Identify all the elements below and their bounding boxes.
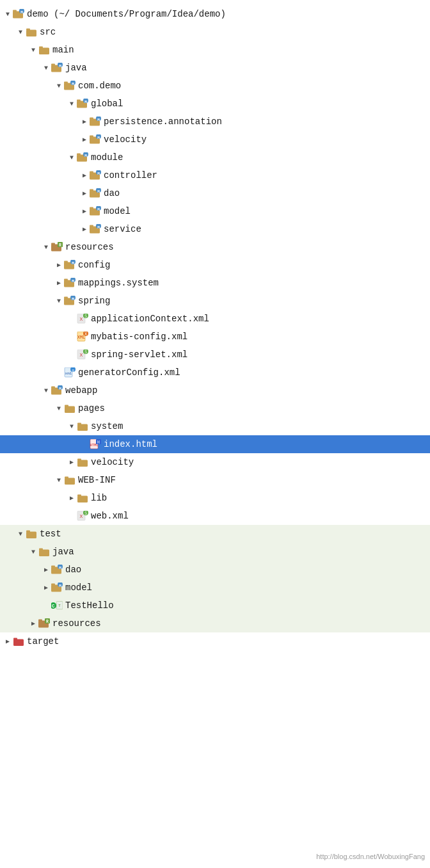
tree-node-global[interactable]: M global bbox=[0, 95, 430, 113]
svg-rect-41 bbox=[90, 207, 93, 209]
tree-arrow[interactable] bbox=[28, 618, 38, 629]
tree-arrow[interactable] bbox=[41, 63, 51, 73]
tree-arrow[interactable] bbox=[3, 636, 13, 647]
tree-node-index-html[interactable]: HTML H index.html bbox=[0, 435, 430, 453]
folder-module-icon: M bbox=[13, 8, 24, 20]
svg-rect-53 bbox=[64, 261, 68, 263]
tree-node-controller[interactable]: M controller bbox=[0, 166, 430, 184]
tree-arrow[interactable] bbox=[67, 152, 77, 163]
tree-node-spring[interactable]: M spring bbox=[0, 292, 430, 310]
tree-arrow[interactable] bbox=[54, 296, 64, 306]
tree-node-java[interactable]: M java bbox=[0, 59, 430, 77]
tree-node-persistence-annotation[interactable]: M persistence.annotation bbox=[0, 113, 430, 131]
tree-arrow[interactable] bbox=[79, 117, 90, 127]
svg-text:H: H bbox=[97, 440, 100, 445]
tree-arrow[interactable] bbox=[54, 81, 64, 91]
tree-node-label: velocity bbox=[91, 457, 134, 467]
tree-arrow[interactable] bbox=[54, 260, 64, 270]
folder-plain-icon bbox=[26, 528, 37, 540]
tree-node-java-test[interactable]: java bbox=[0, 543, 430, 561]
tree-arrow[interactable] bbox=[15, 529, 26, 539]
tree-arrow[interactable] bbox=[67, 457, 77, 467]
tree-node-velocity[interactable]: M velocity bbox=[0, 131, 430, 149]
tree-arrow[interactable] bbox=[41, 385, 51, 396]
tree-arrow[interactable] bbox=[3, 9, 13, 19]
svg-rect-29 bbox=[77, 154, 81, 156]
tree-arrow[interactable] bbox=[54, 475, 64, 485]
tree-node-webapp[interactable]: M webapp bbox=[0, 382, 430, 399]
tree-node-demo[interactable]: M demo (~/ Documents/Program/Idea/demo) bbox=[0, 5, 430, 23]
svg-text:M: M bbox=[84, 154, 87, 158]
tree-arrow[interactable] bbox=[54, 403, 64, 414]
tree-node-label: controller bbox=[104, 170, 157, 181]
svg-rect-45 bbox=[90, 225, 93, 227]
folder-module-icon: M bbox=[90, 116, 101, 127]
tree-node-mappings-system[interactable]: M mappings.system bbox=[0, 274, 430, 292]
tree-arrow[interactable] bbox=[79, 224, 90, 234]
tree-node-dao-java[interactable]: M dao bbox=[0, 184, 430, 202]
tree-node-label: generatorConfig.xml bbox=[78, 367, 180, 378]
tree-node-config[interactable]: M config bbox=[0, 256, 430, 274]
tree-node-module[interactable]: M module bbox=[0, 149, 430, 166]
tree-node-spring-servlet[interactable]: X S spring-servlet.xml bbox=[0, 346, 430, 364]
tree-node-src[interactable]: src bbox=[0, 23, 430, 41]
folder-plain-icon bbox=[64, 474, 76, 486]
tree-node-resources-test[interactable]: R resources bbox=[0, 615, 430, 632]
tree-node-label: velocity bbox=[104, 134, 147, 145]
tree-node-model-test[interactable]: M model bbox=[0, 579, 430, 597]
tree-arrow[interactable] bbox=[79, 170, 90, 181]
svg-rect-94 bbox=[65, 478, 75, 485]
folder-resources-icon: R bbox=[51, 241, 63, 253]
tree-node-velocity-webapp[interactable]: velocity bbox=[0, 453, 430, 471]
tree-arrow[interactable] bbox=[79, 206, 90, 216]
tree-node-dao-test[interactable]: M dao bbox=[0, 561, 430, 579]
tree-node-system[interactable]: system bbox=[0, 417, 430, 435]
tree-node-generatorConfig[interactable]: xml g generatorConfig.xml bbox=[0, 364, 430, 382]
folder-module-icon: M bbox=[90, 170, 101, 181]
tree-arrow[interactable] bbox=[67, 493, 77, 503]
tree-arrow[interactable] bbox=[41, 583, 51, 593]
svg-text:M: M bbox=[72, 279, 74, 284]
tree-node-WEB-INF[interactable]: WEB-INF bbox=[0, 471, 430, 489]
tree-node-com-demo[interactable]: M com.demo bbox=[0, 77, 430, 95]
tree-node-service[interactable]: M service bbox=[0, 220, 430, 238]
tree-node-main[interactable]: main bbox=[0, 41, 430, 59]
file-xml2-icon: xml g bbox=[64, 367, 76, 378]
folder-plain-red-icon bbox=[13, 636, 24, 647]
svg-rect-17 bbox=[77, 100, 81, 102]
tree-arrow[interactable] bbox=[67, 421, 77, 431]
tree-node-test[interactable]: test bbox=[0, 525, 430, 543]
tree-node-model[interactable]: M model bbox=[0, 202, 430, 220]
tree-node-label: global bbox=[91, 99, 123, 109]
tree-arrow[interactable] bbox=[28, 45, 38, 55]
tree-node-web-xml[interactable]: X S web.xml bbox=[0, 507, 430, 525]
file-spring-icon: X S bbox=[77, 349, 88, 360]
tree-arrow[interactable] bbox=[67, 99, 77, 109]
svg-rect-5 bbox=[26, 29, 30, 31]
svg-rect-86 bbox=[77, 424, 88, 431]
tree-arrow[interactable] bbox=[54, 278, 64, 288]
tree-node-target[interactable]: target bbox=[0, 632, 430, 650]
tree-node-label: test bbox=[40, 529, 61, 539]
tree-arrow[interactable] bbox=[79, 134, 90, 145]
tree-arrow[interactable] bbox=[15, 27, 26, 37]
svg-rect-104 bbox=[39, 550, 49, 557]
tree-node-applicationContext[interactable]: X S applicationContext.xml bbox=[0, 310, 430, 328]
tree-arrow[interactable] bbox=[28, 547, 38, 557]
tree-arrow[interactable] bbox=[41, 242, 51, 252]
svg-text:X: X bbox=[80, 513, 83, 519]
tree-node-TestHello[interactable]: C T TestHello bbox=[0, 597, 430, 615]
tree-node-label: dao bbox=[104, 188, 120, 198]
svg-rect-96 bbox=[77, 496, 88, 503]
tree-node-label: resources bbox=[65, 242, 114, 252]
tree-arrow[interactable] bbox=[79, 188, 90, 198]
folder-module-icon: M bbox=[64, 259, 76, 271]
tree-node-mybatis-config[interactable]: XML X mybatis-config.xml bbox=[0, 328, 430, 346]
svg-text:M: M bbox=[97, 189, 100, 194]
folder-plain-icon bbox=[38, 546, 50, 558]
tree-arrow[interactable] bbox=[41, 565, 51, 575]
tree-node-pages[interactable]: pages bbox=[0, 399, 430, 417]
svg-text:M: M bbox=[97, 172, 100, 176]
tree-node-lib[interactable]: lib bbox=[0, 489, 430, 507]
tree-node-resources[interactable]: R resources bbox=[0, 238, 430, 256]
